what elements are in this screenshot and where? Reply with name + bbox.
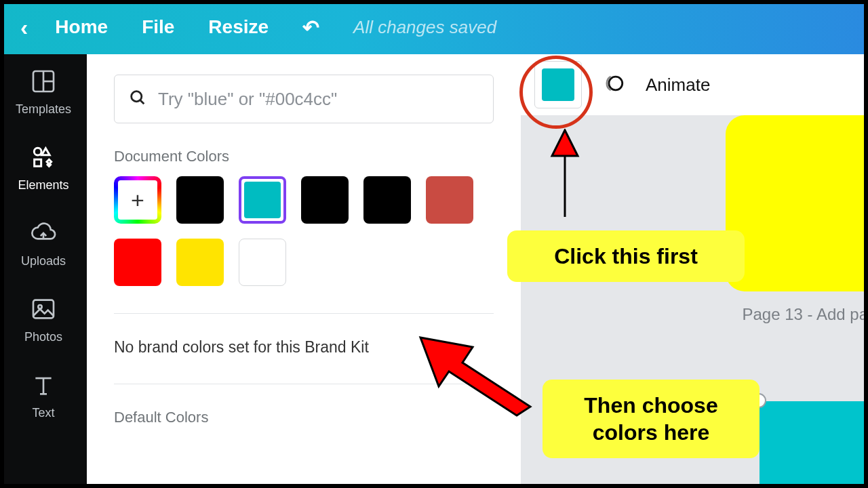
color-swatch[interactable] <box>239 239 286 286</box>
left-sidebar: Templates Elements Uploads Photos Text <box>0 54 87 488</box>
undo-icon[interactable]: ↶ <box>302 16 319 39</box>
sidebar-item-elements[interactable]: Elements <box>18 144 68 192</box>
annotation-callout: Click this first <box>507 230 745 282</box>
templates-icon <box>30 68 57 98</box>
color-swatch-selected[interactable] <box>239 176 286 224</box>
color-swatch[interactable] <box>426 176 473 224</box>
color-swatch[interactable] <box>176 176 224 224</box>
sidebar-label: Text <box>32 406 54 420</box>
elements-icon <box>30 144 57 174</box>
search-icon <box>128 88 147 110</box>
default-colors-title: Default Colors <box>114 409 494 426</box>
color-swatch[interactable] <box>301 176 349 224</box>
color-swatch[interactable] <box>176 239 224 286</box>
document-colors: + <box>114 176 494 286</box>
canvas-shape-yellow[interactable] <box>726 115 868 291</box>
animate-icon[interactable] <box>602 72 625 98</box>
svg-rect-4 <box>33 300 54 319</box>
fill-color-chip <box>542 68 574 101</box>
color-search[interactable] <box>114 75 494 123</box>
color-swatch[interactable] <box>114 239 161 286</box>
sidebar-item-text[interactable]: Text <box>30 371 57 420</box>
svg-point-6 <box>132 92 142 102</box>
page-label: Page 13 - Add pa <box>743 305 868 324</box>
fill-color-button[interactable] <box>534 61 582 108</box>
sidebar-label: Uploads <box>21 254 66 268</box>
divider <box>114 313 494 314</box>
photos-icon <box>30 296 57 326</box>
divider <box>114 384 494 384</box>
color-search-input[interactable] <box>158 89 479 110</box>
annotation-callout: Then choose colors here <box>542 380 760 458</box>
sidebar-item-photos[interactable]: Photos <box>24 296 62 344</box>
sidebar-label: Photos <box>24 330 62 344</box>
svg-point-3 <box>34 148 41 155</box>
nav-resize[interactable]: Resize <box>208 16 269 38</box>
back-icon[interactable]: ‹ <box>20 14 28 41</box>
color-panel: Document Colors + No brand colors set fo… <box>87 54 521 488</box>
text-icon <box>30 371 57 402</box>
brand-kit-message: No brand colors set for this Brand Kit <box>114 338 494 357</box>
nav-home[interactable]: Home <box>55 16 108 38</box>
sidebar-item-uploads[interactable]: Uploads <box>21 220 66 268</box>
svg-line-7 <box>140 100 144 104</box>
sidebar-label: Elements <box>18 178 68 192</box>
add-color-swatch[interactable]: + <box>114 176 161 224</box>
svg-point-8 <box>609 77 623 90</box>
document-colors-title: Document Colors <box>114 148 494 165</box>
sidebar-item-templates[interactable]: Templates <box>16 68 71 117</box>
save-status: All changes saved <box>353 17 496 38</box>
sidebar-label: Templates <box>16 102 71 117</box>
context-toolbar: Animate <box>521 54 868 115</box>
nav-file[interactable]: File <box>142 16 174 38</box>
uploads-icon <box>30 220 57 250</box>
top-bar: ‹ Home File Resize ↶ All changes saved <box>0 0 868 54</box>
canvas-shape-teal[interactable] <box>760 401 868 488</box>
color-swatch[interactable] <box>363 176 411 224</box>
animate-button[interactable]: Animate <box>646 75 710 96</box>
